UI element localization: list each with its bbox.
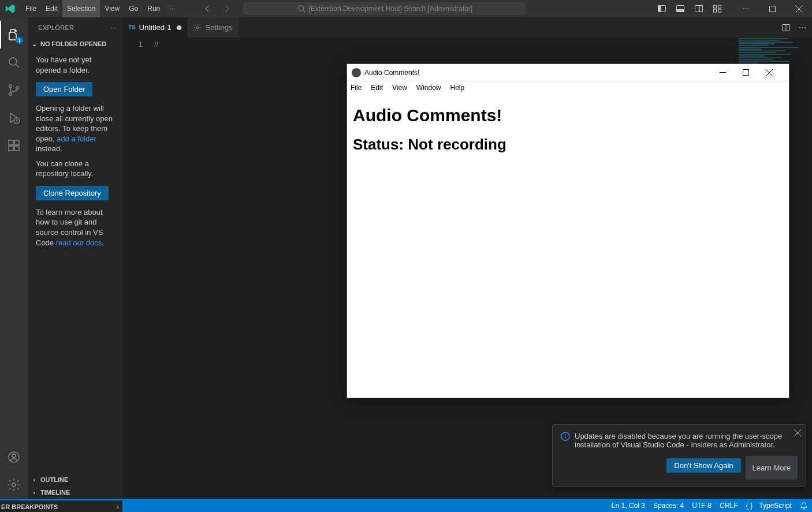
activity-explorer[interactable]: 1 <box>0 21 28 48</box>
chevron-right-icon: › <box>30 476 38 483</box>
popup-menu-view[interactable]: View <box>392 84 407 92</box>
nofolder-text-4: To learn more about how to use git and s… <box>36 207 116 248</box>
svg-rect-22 <box>9 140 13 145</box>
tab-more-icon[interactable]: ··· <box>799 23 806 33</box>
status-encoding[interactable]: UTF-8 <box>688 499 716 512</box>
search-placeholder: [Extension Development Host] Search [Adm… <box>309 5 472 13</box>
menu-overflow[interactable]: ··· <box>165 0 180 17</box>
popup-title: Audio Comments! <box>364 69 419 77</box>
breakpoints-label: ER BREAKPOINTS <box>1 503 58 510</box>
tab-settings[interactable]: Settings <box>188 17 239 38</box>
window-maximize-button[interactable] <box>759 0 785 17</box>
notification-toast: Updates are disabled because you are run… <box>552 424 806 487</box>
svg-point-0 <box>298 6 303 11</box>
popup-menu-window[interactable]: Window <box>416 84 441 92</box>
typescript-file-icon: TS <box>128 24 136 31</box>
clone-repository-button[interactable]: Clone Repository <box>36 186 109 200</box>
activity-search[interactable] <box>0 48 28 76</box>
toggle-panel-icon[interactable] <box>676 4 685 13</box>
popup-maximize-button[interactable] <box>743 69 766 76</box>
popup-body: Audio Comments! Status: Not recording <box>347 94 789 160</box>
no-folder-content: You have not yet opened a folder. Open F… <box>28 50 122 257</box>
status-indentation[interactable]: Spaces: 4 <box>649 499 688 512</box>
dont-show-again-button[interactable]: Don't Show Again <box>666 458 740 473</box>
activity-bar: 1 <box>0 17 28 499</box>
svg-point-39 <box>565 434 566 435</box>
svg-rect-25 <box>14 140 19 145</box>
svg-point-28 <box>12 483 16 487</box>
status-language[interactable]: { } TypeScript <box>742 499 796 512</box>
svg-point-16 <box>9 58 17 65</box>
window-minimize-button[interactable] <box>732 0 759 17</box>
popup-title-bar[interactable]: Audio Comments! <box>347 64 789 81</box>
section-outline[interactable]: › OUTLINE <box>28 473 122 486</box>
activity-run-debug[interactable] <box>0 104 28 132</box>
menu-go[interactable]: Go <box>124 0 143 17</box>
split-editor-icon[interactable] <box>781 23 791 32</box>
tab-label: Untitled-1 <box>139 23 172 32</box>
menu-run[interactable]: Run <box>143 0 165 17</box>
line-number: 1 <box>122 40 143 48</box>
tab-actions: ··· <box>781 17 812 38</box>
status-cursor-position[interactable]: Ln 1, Col 3 <box>608 499 649 512</box>
svg-rect-8 <box>714 5 717 8</box>
popup-status: Status: Not recording <box>353 136 783 154</box>
activity-accounts[interactable] <box>0 443 28 471</box>
sidebar-explorer: EXPLORER ··· ⌄ NO FOLDER OPENED You have… <box>28 17 122 499</box>
activity-extensions[interactable] <box>0 132 28 159</box>
chevron-right-icon: › <box>30 489 38 496</box>
svg-rect-13 <box>769 6 775 12</box>
svg-rect-5 <box>677 9 684 12</box>
chevron-right-icon: › <box>117 503 119 510</box>
activity-settings[interactable] <box>0 471 28 499</box>
menu-selection[interactable]: Selection <box>62 0 100 17</box>
sidebar-more-icon[interactable]: ··· <box>111 24 117 31</box>
add-folder-link[interactable]: add a folder <box>57 134 96 143</box>
window-close-button[interactable] <box>785 0 812 17</box>
title-bar: File Edit Selection View Go Run ··· [Ext… <box>0 0 812 17</box>
section-no-folder[interactable]: ⌄ NO FOLDER OPENED <box>28 38 122 50</box>
nofolder-text-2: Opening a folder will close all currentl… <box>36 103 116 154</box>
nav-back-icon[interactable] <box>203 4 212 13</box>
sidebar-title: EXPLORER <box>38 24 74 31</box>
customize-layout-icon[interactable] <box>713 4 722 13</box>
learn-more-button[interactable]: Learn More <box>746 456 798 480</box>
svg-point-19 <box>9 93 12 96</box>
menu-file[interactable]: File <box>21 0 41 17</box>
activity-source-control[interactable] <box>0 76 28 104</box>
search-icon <box>297 5 306 13</box>
line-gutter: 1 <box>122 38 154 499</box>
svg-rect-7 <box>700 6 703 12</box>
status-feedback[interactable] <box>796 499 812 512</box>
status-eol[interactable]: CRLF <box>716 499 742 512</box>
popup-menu-file[interactable]: File <box>351 84 362 92</box>
svg-point-18 <box>9 85 12 88</box>
popup-app-icon <box>352 68 361 77</box>
svg-rect-23 <box>9 146 13 151</box>
section-timeline[interactable]: › TIMELINE <box>28 486 122 499</box>
open-folder-button[interactable]: Open Folder <box>36 82 92 96</box>
command-center-search[interactable]: [Extension Development Host] Search [Adm… <box>243 2 526 15</box>
tab-untitled[interactable]: TS Untitled-1 <box>122 17 188 38</box>
toast-close-button[interactable] <box>794 429 801 436</box>
svg-rect-6 <box>695 6 703 12</box>
toggle-primary-sidebar-icon[interactable] <box>657 4 666 13</box>
svg-rect-11 <box>718 9 721 12</box>
read-docs-link[interactable]: read our docs <box>56 238 102 247</box>
svg-rect-24 <box>14 146 19 151</box>
breakpoints-panel-header[interactable]: ER BREAKPOINTS › <box>0 500 122 512</box>
popup-close-button[interactable] <box>766 69 789 76</box>
toggle-secondary-sidebar-icon[interactable] <box>694 4 703 13</box>
svg-rect-3 <box>658 6 661 12</box>
toast-message: Updates are disabled because you are run… <box>575 432 798 449</box>
menu-edit[interactable]: Edit <box>41 0 62 17</box>
popup-minimize-button[interactable] <box>720 69 743 76</box>
sidebar-header: EXPLORER ··· <box>28 17 122 38</box>
explorer-badge: 1 <box>16 37 23 44</box>
menu-view[interactable]: View <box>100 0 124 17</box>
nav-forward-icon[interactable] <box>222 4 232 13</box>
popup-menu-edit[interactable]: Edit <box>371 84 383 92</box>
popup-menu-help[interactable]: Help <box>450 84 465 92</box>
svg-point-27 <box>12 454 16 458</box>
main-menu: File Edit Selection View Go Run ··· <box>21 0 180 17</box>
